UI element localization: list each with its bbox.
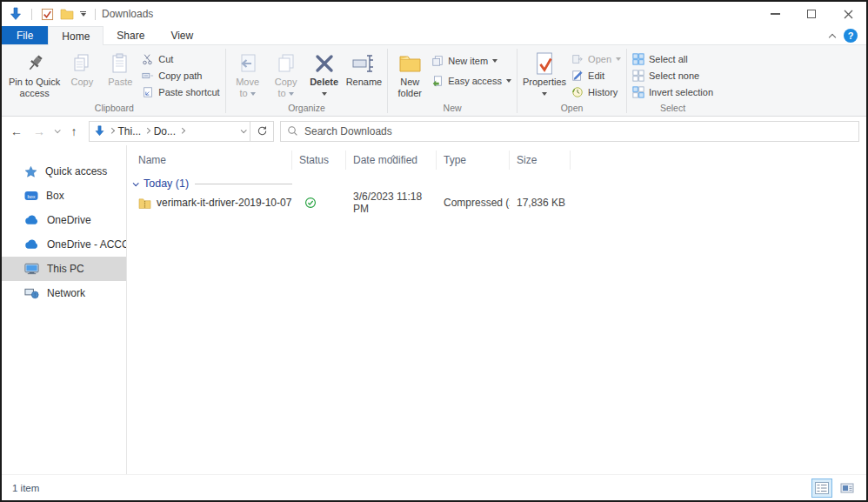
breadcrumb-downloads[interactable]: Do... (154, 125, 176, 137)
delete-button[interactable]: Delete (305, 48, 344, 101)
maximize-button[interactable] (793, 2, 830, 26)
select-none-button[interactable]: Select none (630, 67, 716, 84)
move-to-button[interactable]: Move to (229, 48, 267, 101)
window-title: Downloads (102, 8, 153, 20)
new-folder-qat-button[interactable] (60, 8, 74, 20)
address-dropdown-icon[interactable] (241, 127, 247, 133)
details-view-icon (815, 482, 829, 494)
ribbon-group-label: New (388, 102, 517, 116)
file-row[interactable]: verimark-it-driver-2019-10-07 3/6/2023 1… (127, 192, 866, 213)
file-list-pane: Name Status Date modified Type Size Toda… (127, 145, 866, 474)
up-button[interactable]: ↑ (63, 120, 85, 143)
file-date-modified: 3/6/2023 11:18 PM (346, 191, 437, 215)
main-area: Quick access box Box OneDrive OneDrive -… (2, 145, 866, 474)
column-header-size[interactable]: Size (510, 151, 571, 170)
properties-button[interactable]: Properties (520, 48, 569, 101)
tab-share[interactable]: Share (103, 26, 157, 44)
sidebar-item-quick-access[interactable]: Quick access (2, 159, 126, 184)
sidebar-item-network[interactable]: Network (2, 281, 126, 305)
address-bar-row: ← → ↑ Thi... Do... (2, 117, 866, 145)
properties-qat-button[interactable] (41, 8, 54, 21)
address-bar[interactable]: Thi... Do... (89, 121, 250, 142)
column-header-date-modified[interactable]: Date modified (346, 151, 437, 170)
large-icons-view-button[interactable] (837, 479, 858, 498)
zip-folder-icon (138, 197, 151, 209)
file-type: Compressed (zipp... (437, 197, 510, 209)
cut-button[interactable]: Cut (139, 50, 222, 67)
tab-file[interactable]: File (2, 26, 48, 44)
tab-view[interactable]: View (157, 26, 206, 44)
minimize-button[interactable] (757, 2, 793, 26)
rename-button[interactable]: Rename (344, 48, 385, 101)
ribbon-group-new: New folder New item (388, 46, 517, 116)
ribbon-group-clipboard: Pin to Quick access Copy Paste (3, 46, 225, 116)
copy-to-button[interactable]: Copy to (267, 48, 305, 101)
paste-button[interactable]: Paste (101, 48, 139, 101)
breadcrumb-chevron-icon (144, 128, 150, 133)
star-icon (24, 165, 37, 178)
sidebar-item-onedrive[interactable]: OneDrive (2, 208, 126, 232)
ribbon: Pin to Quick access Copy Paste (2, 45, 866, 117)
copy-path-button[interactable]: Copy path (139, 67, 222, 84)
refresh-icon (257, 125, 268, 137)
box-logo-icon: box (24, 190, 38, 202)
group-divider-line (195, 184, 292, 184)
group-header-today[interactable]: Today (1) (133, 177, 866, 190)
copy-path-icon (142, 70, 154, 82)
move-to-icon (237, 50, 259, 77)
edit-button[interactable]: Edit (569, 67, 624, 84)
file-explorer-window: Downloads File Home Share View ? (0, 0, 868, 502)
pin-to-quick-access-button[interactable]: Pin to Quick access (6, 48, 63, 101)
collapse-ribbon-icon[interactable] (830, 28, 835, 44)
new-folder-button[interactable]: New folder (391, 48, 429, 101)
select-all-button[interactable]: Select all (630, 50, 716, 67)
recent-locations-dropdown[interactable] (50, 120, 63, 143)
navigation-pane: Quick access box Box OneDrive OneDrive -… (2, 145, 127, 474)
copy-icon (70, 50, 93, 77)
cloud-icon (24, 215, 39, 225)
ribbon-group-label: Select (627, 102, 718, 116)
paste-shortcut-icon (142, 86, 154, 98)
back-button[interactable]: ← (5, 120, 28, 143)
close-button[interactable] (830, 2, 866, 26)
ribbon-tab-row: File Home Share View ? (2, 26, 866, 45)
history-clock-icon (571, 86, 584, 98)
pushpin-icon (23, 50, 46, 77)
copy-button[interactable]: Copy (63, 48, 101, 101)
easy-access-button[interactable]: Easy access (429, 72, 514, 89)
edit-pencil-icon (571, 70, 584, 82)
cloud-icon (24, 239, 39, 250)
new-folder-icon (397, 50, 422, 77)
column-header-status[interactable]: Status (292, 151, 346, 170)
breadcrumb-chevron-icon (179, 128, 184, 133)
sidebar-item-this-pc[interactable]: This PC (2, 257, 126, 281)
new-item-button[interactable]: New item (429, 52, 514, 69)
help-icon[interactable]: ? (844, 29, 858, 43)
column-header-name[interactable]: Name (127, 151, 292, 170)
invert-selection-button[interactable]: Invert selection (630, 84, 716, 100)
details-view-button[interactable] (811, 479, 832, 498)
delete-x-icon (313, 50, 336, 77)
forward-button[interactable]: → (28, 120, 50, 143)
window-controls (757, 2, 866, 26)
tab-home[interactable]: Home (48, 26, 103, 45)
breadcrumb-this-pc[interactable]: Thi... (118, 125, 142, 137)
search-input[interactable] (304, 125, 852, 137)
open-button[interactable]: Open (569, 50, 624, 67)
column-header-type[interactable]: Type (437, 151, 510, 170)
large-icons-view-icon (840, 482, 854, 494)
group-collapse-icon (133, 180, 139, 186)
titlebar-separator (31, 9, 32, 20)
ribbon-group-open: Properties Open Edi (517, 46, 626, 116)
customize-qat-dropdown[interactable] (80, 11, 86, 17)
sync-status-check-icon (304, 197, 317, 209)
refresh-button[interactable] (250, 121, 274, 142)
easy-access-icon (431, 75, 444, 87)
sidebar-item-box[interactable]: box Box (2, 184, 126, 208)
search-box[interactable] (280, 121, 859, 142)
copy-to-icon (275, 50, 297, 77)
sidebar-item-onedrive-acco[interactable]: OneDrive - ACCO Bra (2, 232, 126, 257)
file-size: 17,836 KB (510, 197, 571, 209)
history-button[interactable]: History (569, 84, 624, 100)
paste-shortcut-button[interactable]: Paste shortcut (139, 84, 222, 100)
